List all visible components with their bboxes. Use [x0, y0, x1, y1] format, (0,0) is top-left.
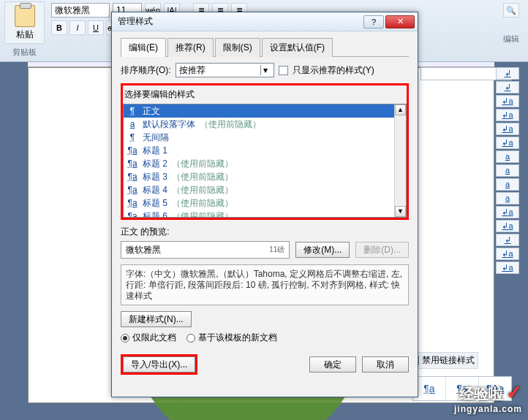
- select-style-label: 选择要编辑的样式: [123, 85, 407, 102]
- dialog-titlebar[interactable]: 管理样式 ? ✕: [112, 12, 418, 31]
- linked-icon: ¶a: [127, 145, 138, 156]
- tab-defaults[interactable]: 设置默认值(F): [262, 38, 333, 57]
- italic-button[interactable]: I: [69, 20, 86, 35]
- modify-button[interactable]: 修改(M)...: [295, 242, 350, 258]
- paste-icon: [15, 5, 35, 27]
- paste-label: 粘贴: [5, 28, 44, 41]
- dialog-tabs: 编辑(E) 推荐(R) 限制(S) 设置默认值(F): [121, 37, 409, 57]
- scroll-up-icon[interactable]: ▲: [395, 104, 406, 115]
- style-entry[interactable]: ↲: [496, 67, 519, 80]
- close-button[interactable]: ✕: [385, 15, 415, 28]
- style-entry[interactable]: ↲: [496, 234, 519, 246]
- bold-button[interactable]: B: [51, 20, 67, 35]
- linked-icon: ¶a: [127, 197, 138, 209]
- paste-button[interactable]: 粘贴: [4, 1, 45, 44]
- style-listbox[interactable]: ¶ 正文 a 默认段落字体 （使用前隐藏） ¶ 无间隔 ¶a 标题 1 ¶a: [123, 104, 407, 218]
- style-entry[interactable]: a: [496, 192, 519, 205]
- scroll-down-icon[interactable]: ▼: [395, 206, 406, 217]
- char-icon: a: [127, 118, 138, 130]
- chevron-down-icon: ▾: [260, 65, 271, 75]
- check-icon: ✓: [506, 381, 522, 403]
- style-item-heading4[interactable]: ¶a 标题 4 （使用前隐藏）: [124, 183, 406, 196]
- radio-icon: [121, 334, 129, 343]
- style-entry[interactable]: ↲a: [496, 261, 519, 274]
- disable-linked-label: 禁用链接样式: [422, 354, 475, 367]
- style-entry[interactable]: ↲: [496, 81, 519, 93]
- style-entry[interactable]: ↲a: [496, 95, 519, 107]
- new-style-button[interactable]: 新建样式(N)...: [121, 311, 192, 327]
- linked-icon: ¶a: [127, 171, 138, 183]
- edit-group-label: 编辑: [503, 34, 519, 45]
- style-entry[interactable]: ↲a: [496, 137, 519, 149]
- tab-edit[interactable]: 编辑(E): [121, 38, 166, 57]
- preview-label: 正文 的预览:: [121, 226, 409, 238]
- style-entry[interactable]: a: [496, 164, 519, 177]
- sort-order-label: 排序顺序(O):: [121, 64, 171, 77]
- style-entry[interactable]: ↲a: [496, 109, 519, 121]
- style-item-body[interactable]: ¶ 正文: [124, 104, 406, 118]
- cancel-button[interactable]: 取消: [362, 356, 409, 373]
- radio-template[interactable]: 基于该模板的新文档: [186, 332, 277, 344]
- paragraph-icon: ¶: [127, 131, 138, 143]
- show-recommended-checkbox[interactable]: [279, 66, 288, 75]
- sort-order-combo[interactable]: 按推荐▾: [176, 63, 274, 77]
- style-description: 字体:（中文）微软雅黑,（默认）Tahoma, 定义网格后不调整右缩进, 左, …: [121, 264, 409, 305]
- show-recommended-label: 只显示推荐的样式(Y): [293, 64, 374, 77]
- style-entry[interactable]: ↲a: [496, 123, 519, 135]
- dialog-title: 管理样式: [115, 15, 362, 28]
- underline-button[interactable]: U: [88, 20, 104, 35]
- preview-box: 微软雅黑 11磅: [121, 241, 290, 259]
- tab-restrict[interactable]: 限制(S): [215, 38, 260, 57]
- style-entry[interactable]: ↲a: [496, 220, 519, 232]
- linked-icon: ¶a: [127, 210, 138, 218]
- style-item-no-spacing[interactable]: ¶ 无间隔: [124, 131, 406, 144]
- manage-styles-dialog: 管理样式 ? ✕ 编辑(E) 推荐(R) 限制(S) 设置默认值(F) 排序顺序…: [111, 12, 418, 397]
- delete-button: 删除(D)...: [355, 242, 409, 258]
- style-item-default-font[interactable]: a 默认段落字体 （使用前隐藏）: [124, 118, 406, 131]
- style-item-heading5[interactable]: ¶a 标题 5 （使用前隐藏）: [124, 196, 406, 210]
- style-entry[interactable]: ↲a: [496, 248, 519, 260]
- style-item-heading2[interactable]: ¶a 标题 2 （使用前隐藏）: [124, 157, 406, 170]
- style-item-heading3[interactable]: ¶a 标题 3 （使用前隐藏）: [124, 170, 406, 183]
- ok-button[interactable]: 确定: [309, 356, 356, 373]
- highlight-style-list: 选择要编辑的样式 ¶ 正文 a 默认段落字体 （使用前隐藏） ¶ 无间隔 ¶a: [121, 83, 409, 220]
- style-entry[interactable]: ↲a: [496, 206, 519, 218]
- import-export-button[interactable]: 导入/导出(X)...: [123, 356, 195, 373]
- linked-icon: ¶a: [127, 184, 138, 196]
- help-button[interactable]: ?: [363, 15, 384, 28]
- scrollbar[interactable]: ▲ ▼: [394, 104, 406, 217]
- find-icon[interactable]: 🔍: [503, 3, 519, 18]
- highlight-import-export: 导入/导出(X)...: [121, 354, 197, 375]
- radio-this-doc[interactable]: 仅限此文档: [121, 332, 176, 344]
- style-item-heading6[interactable]: ¶a 标题 6 （使用前隐藏）: [124, 210, 406, 218]
- watermark: 经验啦✓ jingyanla.com: [454, 381, 522, 414]
- style-entry[interactable]: a: [496, 150, 519, 163]
- tab-recommend[interactable]: 推荐(R): [167, 38, 214, 57]
- style-item-heading1[interactable]: ¶a 标题 1: [124, 144, 406, 157]
- style-entry[interactable]: a: [496, 178, 519, 191]
- font-name-combo[interactable]: 微软雅黑: [51, 3, 110, 18]
- linked-icon: ¶a: [127, 158, 138, 169]
- styles-pane-list: ↲ ↲ ↲a ↲a ↲a ↲a a a a a ↲a ↲a ↲ ↲a ↲a: [496, 67, 519, 274]
- clipboard-group-label: 剪贴板: [4, 47, 45, 58]
- paragraph-icon: ¶: [127, 105, 138, 117]
- radio-icon: [186, 334, 195, 343]
